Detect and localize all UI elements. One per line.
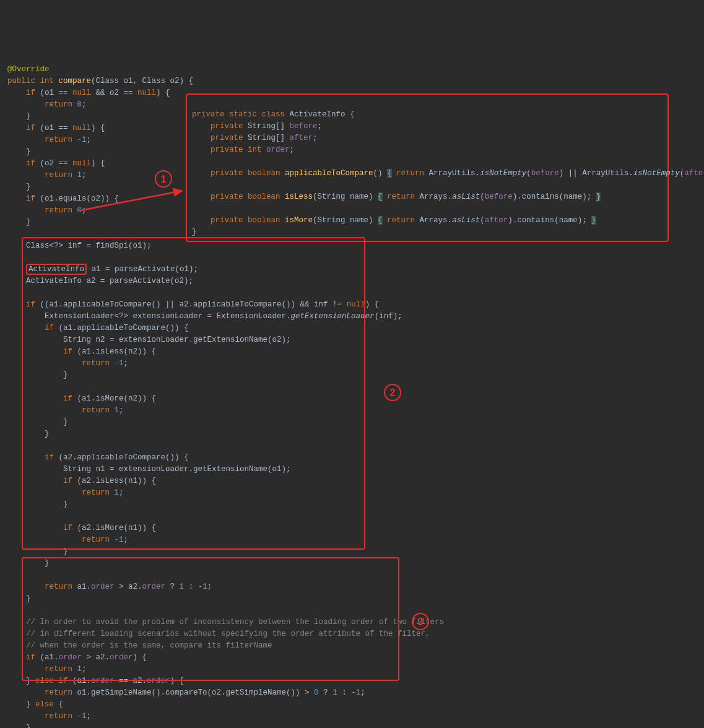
callout-2: 2 (384, 384, 401, 401)
callout-3: 3 (412, 613, 429, 630)
block-2-content: if ((a1.applicableToCompare() || a2.appl… (7, 300, 402, 603)
block-3-content: // In order to avoid the problem of inco… (7, 618, 444, 728)
callout-1: 1 (155, 170, 172, 188)
annotation: @Override (7, 65, 50, 74)
activate-info-box: private static class ActivateInfo { priv… (186, 93, 669, 242)
activate-info-highlight: ActivateInfo (26, 264, 87, 275)
